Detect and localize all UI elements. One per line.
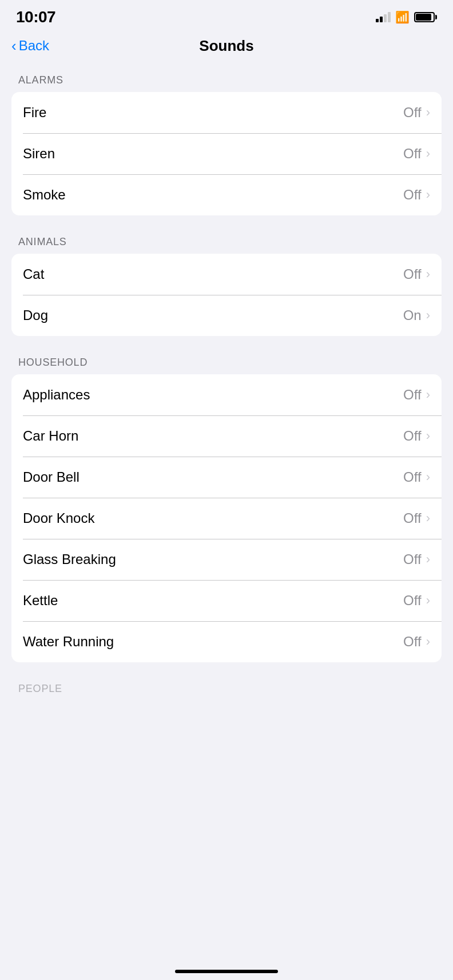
section-people-partial: PEOPLE	[0, 678, 453, 701]
list-item-dog[interactable]: Dog On ›	[11, 295, 442, 336]
section-header-household: HOUSEHOLD	[0, 352, 453, 374]
item-right-glass-breaking: Off ›	[403, 551, 430, 567]
chevron-right-icon: ›	[426, 308, 430, 323]
item-value-car-horn: Off	[403, 428, 422, 444]
chevron-right-icon: ›	[426, 267, 430, 282]
section-header-alarms: ALARMS	[0, 70, 453, 92]
item-label-dog: Dog	[23, 307, 48, 323]
chevron-right-icon: ›	[426, 511, 430, 526]
item-label-cat: Cat	[23, 266, 44, 282]
chevron-right-icon: ›	[426, 634, 430, 649]
item-label-water-running: Water Running	[23, 634, 114, 650]
item-value-smoke: Off	[403, 187, 422, 203]
item-value-dog: On	[403, 307, 422, 323]
item-value-glass-breaking: Off	[403, 551, 422, 567]
item-right-smoke: Off ›	[403, 187, 430, 203]
nav-bar: ‹ Back Sounds	[0, 31, 453, 65]
item-label-glass-breaking: Glass Breaking	[23, 551, 116, 567]
item-right-kettle: Off ›	[403, 593, 430, 609]
item-value-siren: Off	[403, 146, 422, 162]
list-item-siren[interactable]: Siren Off ›	[11, 133, 442, 174]
item-value-water-running: Off	[403, 634, 422, 650]
item-label-door-bell: Door Bell	[23, 469, 80, 485]
chevron-right-icon: ›	[426, 470, 430, 485]
list-item-cat[interactable]: Cat Off ›	[11, 254, 442, 295]
back-button[interactable]: ‹ Back	[11, 38, 49, 54]
item-label-door-knock: Door Knock	[23, 510, 94, 526]
home-indicator	[175, 970, 278, 973]
item-label-fire: Fire	[23, 105, 46, 121]
item-right-dog: On ›	[403, 307, 430, 323]
wifi-icon: 📶	[395, 10, 410, 24]
chevron-right-icon: ›	[426, 552, 430, 567]
back-label: Back	[19, 38, 49, 54]
status-bar: 10:07 📶	[0, 0, 453, 31]
section-card-household: Appliances Off › Car Horn Off › Door Bel…	[11, 374, 442, 662]
item-right-door-knock: Off ›	[403, 510, 430, 526]
chevron-right-icon: ›	[426, 146, 430, 161]
chevron-right-icon: ›	[426, 593, 430, 608]
section-card-animals: Cat Off › Dog On ›	[11, 254, 442, 336]
item-value-door-bell: Off	[403, 469, 422, 485]
battery-icon	[414, 12, 437, 22]
list-item-glass-breaking[interactable]: Glass Breaking Off ›	[11, 539, 442, 580]
item-right-appliances: Off ›	[403, 387, 430, 403]
item-label-kettle: Kettle	[23, 593, 58, 609]
item-label-car-horn: Car Horn	[23, 428, 78, 444]
item-right-cat: Off ›	[403, 266, 430, 282]
content: ALARMS Fire Off › Siren Off › Smoke	[0, 65, 453, 721]
section-card-alarms: Fire Off › Siren Off › Smoke Off ›	[11, 92, 442, 215]
status-time: 10:07	[16, 8, 55, 26]
chevron-right-icon: ›	[426, 105, 430, 120]
section-header-people: PEOPLE	[0, 678, 453, 701]
item-label-appliances: Appliances	[23, 387, 90, 403]
chevron-right-icon: ›	[426, 387, 430, 402]
signal-icon	[376, 12, 391, 22]
list-item-water-running[interactable]: Water Running Off ›	[11, 621, 442, 662]
chevron-right-icon: ›	[426, 429, 430, 443]
list-item-fire[interactable]: Fire Off ›	[11, 92, 442, 133]
page-title: Sounds	[199, 37, 253, 55]
item-right-water-running: Off ›	[403, 634, 430, 650]
item-value-kettle: Off	[403, 593, 422, 609]
item-value-cat: Off	[403, 266, 422, 282]
list-item-car-horn[interactable]: Car Horn Off ›	[11, 415, 442, 457]
chevron-right-icon: ›	[426, 187, 430, 202]
list-item-appliances[interactable]: Appliances Off ›	[11, 374, 442, 415]
item-value-door-knock: Off	[403, 510, 422, 526]
list-item-kettle[interactable]: Kettle Off ›	[11, 580, 442, 621]
item-label-siren: Siren	[23, 146, 55, 162]
status-icons: 📶	[376, 10, 437, 24]
list-item-door-knock[interactable]: Door Knock Off ›	[11, 498, 442, 539]
section-alarms: ALARMS Fire Off › Siren Off › Smoke	[0, 70, 453, 215]
section-household: HOUSEHOLD Appliances Off › Car Horn Off …	[0, 352, 453, 662]
section-animals: ANIMALS Cat Off › Dog On ›	[0, 231, 453, 336]
back-chevron-icon: ‹	[11, 38, 17, 53]
item-right-car-horn: Off ›	[403, 428, 430, 444]
item-right-door-bell: Off ›	[403, 469, 430, 485]
item-value-fire: Off	[403, 105, 422, 121]
item-label-smoke: Smoke	[23, 187, 66, 203]
section-header-animals: ANIMALS	[0, 231, 453, 254]
item-right-fire: Off ›	[403, 105, 430, 121]
list-item-door-bell[interactable]: Door Bell Off ›	[11, 457, 442, 498]
item-value-appliances: Off	[403, 387, 422, 403]
item-right-siren: Off ›	[403, 146, 430, 162]
list-item-smoke[interactable]: Smoke Off ›	[11, 174, 442, 215]
